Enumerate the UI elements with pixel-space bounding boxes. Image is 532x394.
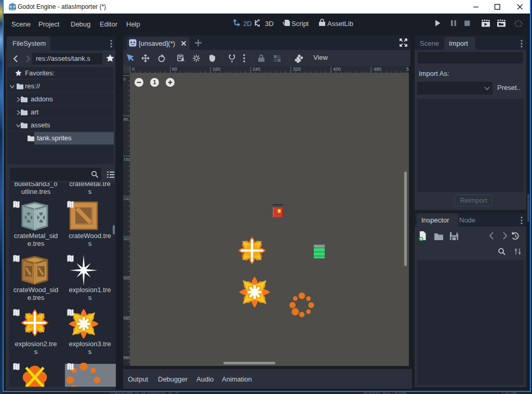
svg-text:560: 560 — [406, 67, 409, 72]
svg-text:2D: 2D — [243, 20, 252, 28]
svg-text:480: 480 — [124, 316, 130, 321]
svg-text:240: 240 — [252, 67, 260, 72]
svg-text:320: 320 — [293, 67, 301, 72]
svg-text:80: 80 — [172, 67, 177, 72]
svg-text:0: 0 — [124, 77, 126, 82]
svg-text:560: 560 — [124, 356, 130, 360]
svg-text:160: 160 — [124, 157, 130, 162]
svg-text:240: 240 — [124, 196, 130, 201]
svg-text:160: 160 — [212, 67, 220, 72]
svg-text:400: 400 — [124, 276, 130, 281]
svg-text:Script: Script — [291, 20, 309, 28]
svg-text:80: 80 — [124, 117, 128, 122]
svg-text:480: 480 — [374, 67, 381, 72]
svg-text:400: 400 — [333, 67, 341, 72]
svg-text:3D: 3D — [265, 20, 274, 28]
svg-text:320: 320 — [124, 237, 130, 241]
svg-text:0: 0 — [132, 67, 135, 72]
svg-text:AssetLib: AssetLib — [327, 20, 353, 28]
